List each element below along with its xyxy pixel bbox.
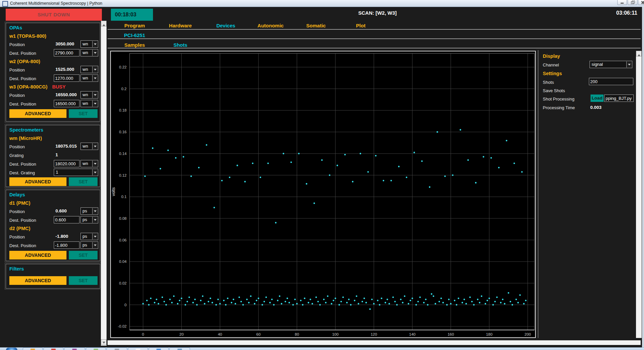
restore-button[interactable] <box>628 0 637 5</box>
load-button[interactable]: Load <box>591 95 604 102</box>
chevron-down-icon[interactable] <box>92 242 98 248</box>
processing-file-input[interactable] <box>604 95 634 102</box>
w3-units-combo[interactable]: wn <box>80 91 98 99</box>
settings-header: Settings <box>543 71 562 76</box>
start-button[interactable] <box>6 348 17 350</box>
d2-units-combo[interactable]: ps <box>80 233 98 240</box>
shots-plot: -0.0200.020.040.060.080.10.120.140.160.1… <box>110 51 536 338</box>
chevron-down-icon[interactable] <box>92 75 98 81</box>
svg-text:0.16: 0.16 <box>119 130 127 134</box>
svg-text:140: 140 <box>409 332 416 336</box>
wm-name: wm (MicroHR) <box>9 136 42 141</box>
grating-value: 1 <box>55 152 58 157</box>
chevron-down-icon[interactable] <box>92 169 98 175</box>
processing-time-value: 0.003 <box>590 105 602 110</box>
scroll-down-button[interactable] <box>101 339 107 345</box>
dest-grating-combo[interactable]: 1 <box>54 169 98 176</box>
channel-combo[interactable]: signal <box>590 61 632 68</box>
scroll-up-button[interactable] <box>636 51 642 56</box>
taskbar-app-3[interactable] <box>64 348 85 350</box>
chevron-down-icon[interactable] <box>92 101 98 107</box>
tab-hardware[interactable]: Hardware <box>157 23 204 28</box>
w2-dest-units-combo[interactable]: wn <box>80 74 98 82</box>
chevron-down-icon[interactable] <box>92 92 98 98</box>
scroll-up-button[interactable] <box>101 21 107 26</box>
save-shots-label: Save Shots <box>543 88 565 93</box>
svg-text:60: 60 <box>256 332 261 336</box>
w3-dest-units-combo[interactable]: wn <box>80 100 98 107</box>
d1-name: d1 (PMC) <box>9 200 30 206</box>
chevron-down-icon[interactable] <box>92 50 98 56</box>
svg-text:180: 180 <box>486 332 492 336</box>
taskbar-app-4[interactable] <box>86 348 106 350</box>
chevron-down-icon[interactable] <box>92 143 98 149</box>
spectrometers-set-button[interactable]: SET <box>69 177 98 186</box>
chevron-down-icon[interactable] <box>92 208 98 214</box>
svg-text:0.22: 0.22 <box>119 65 127 69</box>
dest-position-label: Dest. Position <box>9 51 36 56</box>
grating-label: Grating <box>9 153 24 158</box>
d2-dest-units-combo[interactable]: ps <box>80 241 98 249</box>
minimize-button[interactable] <box>617 0 627 5</box>
dest-position-label: Dest. Position <box>9 243 36 248</box>
sidebar-scrollbar[interactable] <box>101 21 107 346</box>
tab-shots[interactable]: Shots <box>157 42 204 48</box>
w1-dest-units-combo[interactable]: wn <box>80 49 98 56</box>
wm-dest-input[interactable] <box>54 160 79 167</box>
wm-units-combo[interactable]: wn <box>80 143 98 150</box>
w2-dest-input[interactable] <box>54 74 79 82</box>
taskbar-app-2[interactable] <box>43 348 63 350</box>
shutdown-button[interactable]: SHUT DOWN <box>6 9 102 21</box>
d1-units-combo[interactable]: ps <box>80 207 98 215</box>
chevron-down-icon[interactable] <box>92 41 98 47</box>
w1-dest-input[interactable] <box>54 49 79 56</box>
tab-devices[interactable]: Devices <box>202 23 249 28</box>
opas-advanced-button[interactable]: ADVANCED <box>9 109 66 118</box>
scatter-chart: -0.0200.020.040.060.080.10.120.140.160.1… <box>111 51 535 337</box>
svg-text:0.06: 0.06 <box>119 238 127 242</box>
delays-advanced-button[interactable]: ADVANCED <box>9 251 66 259</box>
d2-dest-input[interactable] <box>54 241 79 249</box>
tab-program[interactable]: Program <box>111 23 158 28</box>
taskbar-app-6[interactable] <box>128 348 148 350</box>
tab-pci-6251[interactable]: PCI-6251 <box>111 32 158 38</box>
chevron-down-icon[interactable] <box>92 161 98 167</box>
tab-somatic[interactable]: Somatic <box>293 23 339 28</box>
w1-units-combo[interactable]: wn <box>80 40 98 48</box>
d1-dest-input[interactable] <box>54 216 79 223</box>
right-scrollbar[interactable] <box>636 51 642 338</box>
tab-samples[interactable]: Samples <box>111 42 158 48</box>
taskbar-app-7[interactable] <box>149 348 169 350</box>
taskbar-app-5[interactable] <box>107 348 127 350</box>
svg-text:0.02: 0.02 <box>119 281 127 285</box>
svg-text:0.08: 0.08 <box>119 216 127 220</box>
w2-units-combo[interactable]: wn <box>80 66 98 73</box>
chevron-down-icon[interactable] <box>92 66 98 72</box>
shots-count-input[interactable] <box>589 78 633 85</box>
dest-position-label: Dest. Position <box>9 76 36 81</box>
position-label: Position <box>9 144 25 149</box>
scan-status: SCAN: [W2, W3] <box>321 10 434 16</box>
filters-set-button[interactable]: SET <box>69 276 98 285</box>
tab-plot[interactable]: Plot <box>337 23 384 28</box>
chevron-down-icon[interactable] <box>92 233 98 239</box>
d2-position-value: -1.800 <box>55 234 68 239</box>
window-border <box>642 7 644 347</box>
taskbar-app-1[interactable] <box>23 348 43 350</box>
chevron-down-icon[interactable] <box>92 217 98 223</box>
spectrometers-advanced-button[interactable]: ADVANCED <box>9 177 66 186</box>
tab-autonomic[interactable]: Autonomic <box>247 23 294 28</box>
w3-dest-input[interactable] <box>54 100 79 107</box>
horizontal-scrollbar[interactable] <box>108 340 641 345</box>
opas-set-button[interactable]: SET <box>69 109 98 118</box>
filters-advanced-button[interactable]: ADVANCED <box>9 276 66 285</box>
delays-set-button[interactable]: SET <box>69 251 98 259</box>
svg-text:100: 100 <box>332 332 338 336</box>
taskbar-app-8[interactable] <box>169 348 190 350</box>
chevron-down-icon[interactable] <box>626 61 632 67</box>
window-title: Coherent Multidimensional Spectroscopy |… <box>10 1 102 6</box>
close-button[interactable] <box>638 0 644 5</box>
d1-position-value: 0.600 <box>55 208 67 213</box>
wm-dest-units-combo[interactable]: wn <box>80 160 98 167</box>
d1-dest-units-combo[interactable]: ps <box>80 216 98 223</box>
